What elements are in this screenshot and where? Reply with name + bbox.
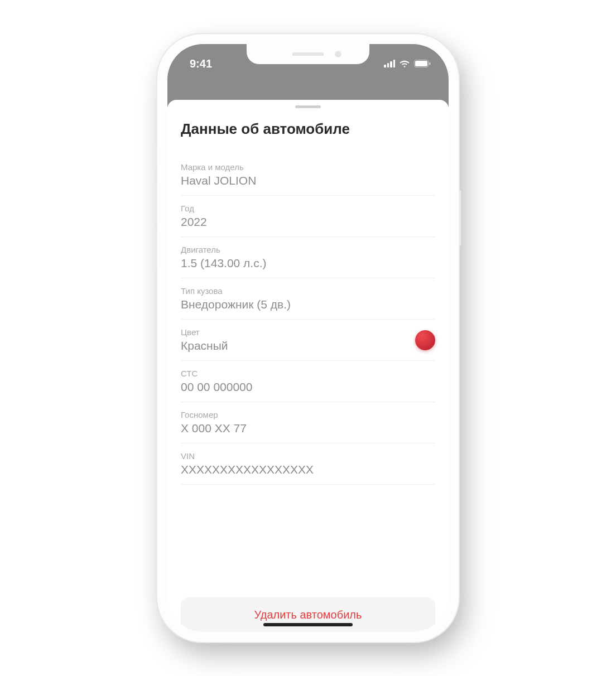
speaker <box>292 52 324 56</box>
field-label: Госномер <box>181 410 247 419</box>
field-sts[interactable]: СТС 00 00 000000 <box>181 361 435 402</box>
field-value: 1.5 (143.00 л.с.) <box>181 257 267 270</box>
field-value: X 000 XX 77 <box>181 422 247 435</box>
svg-rect-2 <box>429 62 431 65</box>
field-label: Тип кузова <box>181 286 291 296</box>
field-label: VIN <box>181 451 314 461</box>
status-right <box>384 60 431 67</box>
color-swatch-icon <box>415 330 435 350</box>
field-value: Красный <box>181 339 228 353</box>
field-plate[interactable]: Госномер X 000 XX 77 <box>181 402 435 443</box>
field-label: Цвет <box>181 327 228 337</box>
field-label: Марка и модель <box>181 162 256 172</box>
field-make-model[interactable]: Марка и модель Haval JOLION <box>181 154 435 196</box>
power-button <box>459 190 461 246</box>
volume-up-button <box>155 184 157 223</box>
field-label: Двигатель <box>181 245 267 254</box>
bottom-sheet: Данные об автомобиле Марка и модель Hava… <box>167 100 449 632</box>
battery-icon <box>414 60 431 67</box>
front-camera <box>335 51 341 57</box>
status-time: 9:41 <box>190 57 212 70</box>
field-body-type[interactable]: Тип кузова Внедорожник (5 дв.) <box>181 278 435 320</box>
delete-button[interactable]: Удалить автомобиль <box>181 597 435 632</box>
field-value: 2022 <box>181 215 207 229</box>
volume-down-button <box>155 230 157 269</box>
field-vin[interactable]: VIN XXXXXXXXXXXXXXXXX <box>181 443 435 485</box>
volume-button <box>155 146 157 168</box>
wifi-icon <box>399 60 410 67</box>
phone-frame: 9:41 Данные об автомобиле <box>157 34 459 642</box>
field-value: XXXXXXXXXXXXXXXXX <box>181 463 314 476</box>
page-title: Данные об автомобиле <box>181 120 435 138</box>
field-value: Внедорожник (5 дв.) <box>181 298 291 311</box>
svg-rect-1 <box>415 61 427 66</box>
field-label: Год <box>181 204 207 213</box>
field-color[interactable]: Цвет Красный <box>181 320 435 361</box>
field-value: 00 00 000000 <box>181 380 252 394</box>
screen: 9:41 Данные об автомобиле <box>167 44 449 632</box>
field-value: Haval JOLION <box>181 174 256 187</box>
home-indicator[interactable] <box>263 623 353 626</box>
field-label: СТС <box>181 369 252 378</box>
field-engine[interactable]: Двигатель 1.5 (143.00 л.с.) <box>181 237 435 278</box>
field-year[interactable]: Год 2022 <box>181 196 435 237</box>
notch <box>247 44 369 64</box>
sheet-content: Данные об автомобиле Марка и модель Hava… <box>167 108 449 581</box>
cellular-icon <box>384 60 395 67</box>
